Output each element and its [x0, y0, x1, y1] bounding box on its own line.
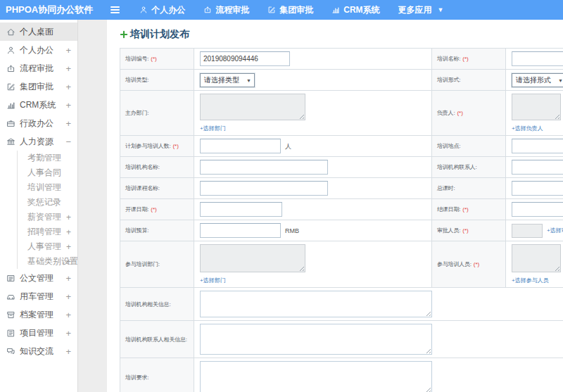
- table-row: 培训机构联系人相关信息:: [120, 321, 563, 358]
- table-row: 培训预算:RMB审批人员:(*)+选择审批人员: [120, 220, 563, 241]
- sidebar-item-human-resources[interactable]: 人力资源−: [0, 132, 77, 151]
- training-type-select[interactable]: 请选择类型▼: [200, 73, 255, 87]
- resize-grip-icon[interactable]: [424, 347, 431, 353]
- approver-box[interactable]: [512, 224, 543, 238]
- expand-toggle[interactable]: +: [65, 292, 71, 301]
- resize-grip-icon[interactable]: [298, 113, 304, 119]
- org-name-input[interactable]: [200, 160, 328, 175]
- required-mark: (*): [462, 227, 468, 234]
- required-mark: (*): [151, 56, 156, 62]
- host-department-link[interactable]: +选择部门: [200, 125, 226, 132]
- archive-icon: [6, 310, 15, 320]
- table-row: 参与培训部门:+选择部门参与培训人员:(*)+选择参与人员: [120, 241, 563, 288]
- end-date-input[interactable]: [512, 202, 563, 217]
- resize-grip-icon[interactable]: [424, 386, 431, 392]
- org-name-field: [200, 160, 426, 175]
- topbar-menu-group-approval[interactable]: 集团审批: [258, 0, 322, 20]
- sidebar-item-admin-office[interactable]: 行政办公+: [0, 114, 77, 132]
- expand-toggle[interactable]: +: [65, 101, 71, 110]
- topbar-menu-personal-office[interactable]: 个人办公: [130, 0, 194, 20]
- start-date-input[interactable]: [200, 202, 282, 217]
- expand-toggle[interactable]: −: [65, 137, 71, 146]
- sidebar-item-archive-mgmt[interactable]: 档案管理+: [0, 305, 77, 324]
- course-name-label: 培训课程名称:: [125, 185, 160, 191]
- sidebar-subitem-hr-contract[interactable]: 人事合同: [18, 165, 77, 180]
- sidebar-item-workflow-approval[interactable]: 流程审批+: [0, 59, 77, 77]
- sidebar-item-personal-desktop[interactable]: 个人桌面: [0, 23, 77, 41]
- participants-label-cell: 参与培训人员:(*): [432, 241, 506, 288]
- leader-box[interactable]: [512, 94, 561, 120]
- sidebar-item-project-mgmt[interactable]: 项目管理+: [0, 324, 77, 342]
- participating-departments-box[interactable]: [200, 244, 305, 272]
- participating-departments-link[interactable]: +选择部门: [200, 277, 226, 284]
- training-requirements-label-cell: 培训要求:: [120, 358, 194, 392]
- app-logo: PHPOA协同办公软件: [0, 4, 100, 16]
- sidebar-subitem-reward-punishment[interactable]: 奖惩记录: [18, 195, 77, 210]
- resize-grip-icon[interactable]: [553, 113, 559, 119]
- topbar-menu-more-apps[interactable]: 更多应用▼: [389, 0, 453, 20]
- host-department-box[interactable]: [200, 94, 305, 120]
- sidebar-subitem-base-category-settings[interactable]: 基础类别设置+: [18, 254, 77, 269]
- training-no-input[interactable]: [200, 51, 290, 66]
- course-name-input[interactable]: [200, 181, 328, 196]
- chevron-down-icon: ▼: [438, 6, 444, 13]
- resize-grip-icon[interactable]: [553, 265, 559, 271]
- training-location-input[interactable]: [512, 139, 563, 153]
- budget-input[interactable]: [200, 223, 281, 238]
- sidebar-subitem-salary-mgmt[interactable]: 薪资管理+: [18, 210, 77, 225]
- sidebar-subitem-recruitment-mgmt[interactable]: 招聘管理+: [18, 225, 77, 239]
- expand-toggle[interactable]: +: [66, 213, 71, 222]
- resize-grip-icon[interactable]: [424, 310, 431, 316]
- participants-box[interactable]: [512, 244, 561, 272]
- participating-departments-label-cell: 参与培训部门:: [120, 241, 194, 288]
- project-icon: [6, 329, 15, 338]
- participants-link[interactable]: +选择参与人员: [512, 277, 549, 284]
- expand-toggle[interactable]: +: [65, 46, 71, 55]
- sidebar-item-crm-system[interactable]: CRM系统+: [0, 96, 77, 114]
- host-department-label-cell: 主办部门:: [120, 91, 194, 136]
- expand-toggle[interactable]: +: [65, 310, 71, 320]
- training-location-field: [512, 139, 563, 153]
- sidebar-item-document-mgmt[interactable]: 公文管理+: [0, 269, 77, 287]
- org-contact-info-textarea[interactable]: [200, 324, 432, 355]
- sidebar-item-vehicle-mgmt[interactable]: 用车管理+: [0, 287, 77, 305]
- resize-grip-icon[interactable]: [298, 265, 304, 271]
- hamburger-menu-icon[interactable]: [107, 4, 123, 16]
- expand-toggle[interactable]: +: [65, 119, 71, 128]
- training-requirements-textarea[interactable]: [200, 361, 432, 392]
- expand-toggle[interactable]: +: [66, 257, 71, 266]
- budget-field: RMB: [200, 223, 426, 238]
- expand-toggle[interactable]: +: [66, 242, 71, 251]
- planned-participants-input[interactable]: [200, 139, 281, 153]
- org-contact-info-label: 培训机构联系人相关信息:: [125, 336, 187, 343]
- sidebar-item-personal-office[interactable]: 个人办公+: [0, 41, 77, 59]
- topbar-menu-workflow-approval[interactable]: 流程审批: [194, 0, 258, 20]
- table-row: 主办部门:+选择部门负责人:(*)+选择负责人: [120, 91, 563, 136]
- expand-toggle[interactable]: +: [65, 347, 71, 356]
- expand-toggle[interactable]: +: [65, 274, 71, 283]
- sidebar-subitem-training-mgmt[interactable]: 培训管理: [18, 180, 77, 195]
- org-contact-input[interactable]: [512, 160, 563, 175]
- training-type-label-cell: 培训类型:: [120, 70, 194, 91]
- expand-toggle[interactable]: +: [65, 82, 71, 91]
- org-info-field-cell: [194, 288, 563, 321]
- expand-toggle[interactable]: +: [66, 227, 71, 236]
- leader-link[interactable]: +选择负责人: [512, 125, 543, 132]
- training-name-input[interactable]: [512, 51, 563, 66]
- org-info-textarea[interactable]: [200, 291, 432, 317]
- training-name-field-cell: [506, 49, 563, 70]
- page-title-text: 培训计划发布: [130, 28, 189, 41]
- topbar-menu-crm-system[interactable]: CRM系统: [322, 0, 388, 20]
- sidebar-item-group-approval[interactable]: 集团审批+: [0, 77, 77, 96]
- sidebar-subitem-personnel-mgmt[interactable]: 人事管理+: [18, 239, 77, 254]
- sidebar-item-knowledge-exchange[interactable]: 知识交流+: [0, 342, 77, 360]
- training-form-select[interactable]: 请选择形式▼: [512, 73, 563, 87]
- flow-icon: [6, 64, 15, 73]
- sidebar-item-label: 知识交流: [20, 346, 53, 358]
- expand-toggle[interactable]: +: [65, 64, 71, 73]
- expand-toggle[interactable]: +: [65, 329, 71, 338]
- planned-participants-label-cell: 计划参与培训人数:(*): [120, 136, 194, 157]
- approver-link[interactable]: +选择审批人员: [547, 227, 563, 234]
- sidebar-subitem-attendance-mgmt[interactable]: 考勤管理: [18, 151, 77, 165]
- total-hours-input[interactable]: [512, 181, 563, 196]
